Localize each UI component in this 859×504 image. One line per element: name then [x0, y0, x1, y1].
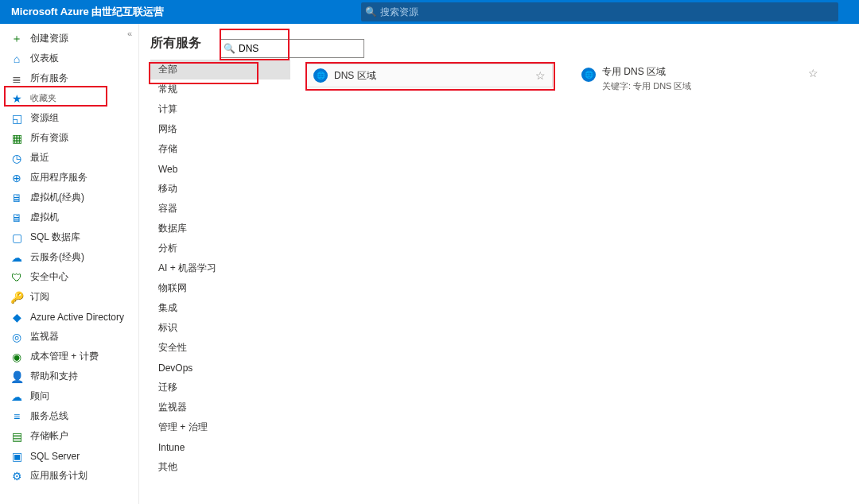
sidebar-item-label: 订阅: [30, 290, 49, 304]
sidebar-item-label: 所有服务: [30, 72, 68, 85]
sidebar-item-sql-db[interactable]: ▢SQL 数据库: [0, 227, 138, 247]
sidebar: « ＋创建资源⌂仪表板≣所有服务★收藏夹◱资源组▦所有资源◷最近⊕应用程序服务🖥…: [0, 24, 139, 504]
category-item[interactable]: 全部: [150, 60, 290, 79]
category-item[interactable]: DevOps: [150, 358, 290, 378]
sidebar-item-service-bus[interactable]: ≡服务总线: [0, 406, 138, 426]
sidebar-item-label: SQL Server: [30, 451, 80, 462]
sidebar-item-resource-groups[interactable]: ◱资源组: [0, 108, 138, 128]
category-item[interactable]: 标识: [150, 318, 290, 338]
filter-search-icon: 🔍: [223, 43, 235, 54]
sidebar-item-sql-server[interactable]: ▣SQL Server: [0, 446, 138, 466]
category-item[interactable]: AI + 机器学习: [150, 258, 290, 278]
vm-icon: 🖥: [10, 211, 24, 225]
category-item[interactable]: Intune: [150, 437, 290, 457]
sidebar-item-app-services[interactable]: ⊕应用程序服务: [0, 168, 138, 188]
cloud-svc-icon: ☁: [10, 250, 24, 265]
category-list: 全部常规计算网络存储Web移动容器数据库分析AI + 机器学习物联网集成标识安全…: [150, 60, 290, 477]
sidebar-item-label: 最近: [30, 151, 49, 165]
service-filter-input[interactable]: [239, 43, 360, 54]
category-item[interactable]: 计算: [150, 99, 290, 119]
category-item[interactable]: 分析: [150, 238, 290, 258]
sidebar-item-all-services[interactable]: ≣所有服务: [0, 68, 138, 88]
search-icon: 🔍: [361, 6, 380, 17]
all-resources-icon: ▦: [10, 131, 24, 145]
sidebar-item-dashboard[interactable]: ⌂仪表板: [0, 48, 138, 68]
sql-db-icon: ▢: [10, 231, 24, 245]
subscriptions-icon: 🔑: [10, 290, 24, 304]
sidebar-item-recent[interactable]: ◷最近: [0, 148, 138, 168]
sidebar-item-label: 帮助和支持: [30, 370, 78, 383]
category-item[interactable]: 物联网: [150, 278, 290, 298]
sidebar-item-label: Azure Active Directory: [30, 312, 124, 323]
vm-classic-icon: 🖥: [10, 191, 24, 205]
sidebar-item-label: 存储帐户: [30, 429, 68, 443]
service-bus-icon: ≡: [10, 409, 24, 424]
sidebar-item-favorites[interactable]: ★收藏夹: [0, 88, 138, 108]
sidebar-item-create[interactable]: ＋创建资源: [0, 29, 138, 48]
advisor-icon: ☁: [10, 390, 24, 404]
category-item[interactable]: 监视器: [150, 397, 290, 417]
favorite-star-icon[interactable]: ☆: [535, 69, 546, 82]
main-content: 所有服务 全部常规计算网络存储Web移动容器数据库分析AI + 机器学习物联网集…: [139, 24, 859, 504]
category-item[interactable]: 管理 + 治理: [150, 417, 290, 437]
sidebar-item-storage[interactable]: ▤存储帐户: [0, 426, 138, 446]
global-search-input[interactable]: [380, 6, 838, 17]
sidebar-item-aad[interactable]: ◆Azure Active Directory: [0, 307, 138, 327]
sidebar-item-cost[interactable]: ◉成本管理 + 计费: [0, 347, 138, 366]
sidebar-item-vm[interactable]: 🖥虚拟机: [0, 207, 138, 227]
sidebar-item-all-resources[interactable]: ▦所有资源: [0, 128, 138, 148]
sidebar-item-label: 创建资源: [30, 32, 68, 45]
result-keyword: 关键字: 专用 DNS 区域: [602, 80, 808, 92]
sidebar-item-subscriptions[interactable]: 🔑订阅: [0, 287, 138, 307]
category-item[interactable]: 集成: [150, 298, 290, 318]
storage-icon: ▤: [10, 429, 24, 444]
category-item[interactable]: 容器: [150, 199, 290, 219]
sidebar-item-label: 安全中心: [30, 270, 68, 284]
sidebar-item-monitor[interactable]: ◎监视器: [0, 327, 138, 347]
category-item[interactable]: 网络: [150, 119, 290, 139]
sidebar-item-label: 成本管理 + 计费: [30, 350, 99, 363]
category-item[interactable]: 常规: [150, 79, 290, 99]
sidebar-item-cloud-svc[interactable]: ☁云服务(经典): [0, 247, 138, 267]
sidebar-item-label: 云服务(经典): [30, 250, 84, 264]
sidebar-item-label: 收藏夹: [30, 92, 56, 104]
sidebar-item-label: 应用程序服务: [30, 171, 87, 184]
category-item[interactable]: 迁移: [150, 378, 290, 397]
help-icon: 👤: [10, 370, 24, 384]
sidebar-item-label: 虚拟机: [30, 211, 59, 224]
category-item[interactable]: 数据库: [150, 219, 290, 238]
sql-server-icon: ▣: [10, 449, 24, 463]
category-item[interactable]: 安全性: [150, 338, 290, 358]
sidebar-item-label: 虚拟机(经典): [30, 191, 84, 204]
services-panel: 所有服务 全部常规计算网络存储Web移动容器数据库分析AI + 机器学习物联网集…: [139, 24, 290, 504]
sidebar-item-vm-classic[interactable]: 🖥虚拟机(经典): [0, 188, 138, 207]
resource-groups-icon: ◱: [10, 111, 24, 126]
category-item[interactable]: Web: [150, 159, 290, 179]
sidebar-item-app-plan[interactable]: ⚙应用服务计划: [0, 466, 138, 486]
category-item[interactable]: 其他: [150, 457, 290, 477]
sidebar-item-label: 服务总线: [30, 409, 68, 423]
global-search[interactable]: 🔍: [361, 2, 838, 21]
sidebar-item-label: 所有资源: [30, 131, 68, 145]
recent-icon: ◷: [10, 151, 24, 165]
collapse-sidebar-button[interactable]: «: [127, 29, 132, 38]
result-private-dns-zone[interactable]: 🌐 专用 DNS 区域 关键字: 专用 DNS 区域 ☆: [577, 64, 823, 94]
result-name: DNS 区域: [334, 69, 535, 83]
sidebar-item-label: 资源组: [30, 111, 59, 125]
favorites-icon: ★: [10, 91, 24, 106]
category-item[interactable]: 存储: [150, 139, 290, 159]
top-bar: Microsoft Azure 由世纪互联运营 🔍: [0, 0, 859, 24]
dns-icon: 🌐: [581, 68, 596, 82]
sidebar-item-security[interactable]: 🛡安全中心: [0, 267, 138, 287]
results-area: 🌐 DNS 区域 ☆ 🌐 专用 DNS 区域 关键字: 专用 DNS 区域: [290, 24, 859, 504]
dashboard-icon: ⌂: [10, 52, 24, 66]
result-dns-zone[interactable]: 🌐 DNS 区域 ☆: [306, 64, 553, 87]
category-item[interactable]: 移动: [150, 179, 290, 199]
service-filter[interactable]: 🔍: [220, 39, 364, 58]
favorite-star-icon[interactable]: ☆: [808, 67, 818, 79]
app-plan-icon: ⚙: [10, 469, 24, 483]
sidebar-item-help[interactable]: 👤帮助和支持: [0, 366, 138, 386]
sidebar-item-advisor[interactable]: ☁顾问: [0, 386, 138, 406]
sidebar-item-label: 仪表板: [30, 52, 59, 65]
app-services-icon: ⊕: [10, 171, 24, 185]
